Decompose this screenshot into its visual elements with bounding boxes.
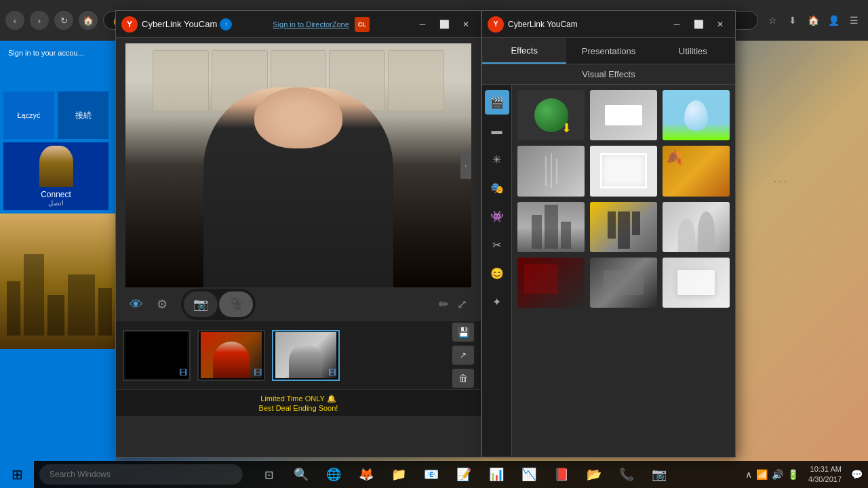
- effect-thumb-people[interactable]: [663, 202, 730, 252]
- timeline-thumb-2[interactable]: 🎞: [197, 330, 265, 381]
- tray-volume-icon[interactable]: 🔊: [772, 469, 783, 480]
- frame-shape: [600, 153, 647, 188]
- taskbar-app-8[interactable]: 📉: [514, 461, 544, 488]
- window-controls: ─ ⬜ ✕: [413, 17, 475, 32]
- taskbar-app-9[interactable]: 📕: [547, 461, 576, 488]
- dark1-bg: [517, 258, 585, 308]
- date-display: 4/30/2017: [808, 474, 842, 485]
- taskbar-app-11[interactable]: 📞: [612, 461, 642, 488]
- metro-tile-ja[interactable]: 接続: [58, 92, 108, 139]
- effect-thumb-city2[interactable]: [590, 202, 657, 252]
- effects-restore-button[interactable]: ⬜: [689, 17, 708, 32]
- effect-thumb-city1[interactable]: [517, 202, 585, 252]
- browser-back-button[interactable]: ‹: [5, 11, 24, 30]
- video-button[interactable]: 🎥: [219, 291, 253, 317]
- category-masks[interactable]: 🎭: [485, 176, 509, 200]
- city2-b2: [618, 211, 630, 249]
- city1-bldg-3: [561, 222, 571, 249]
- category-expressions[interactable]: 😊: [485, 261, 509, 285]
- share-button[interactable]: ↗: [452, 346, 474, 365]
- effect-thumb-dark1[interactable]: [517, 258, 585, 308]
- category-visual-effects[interactable]: 🎬: [485, 90, 509, 115]
- timeline-thumb-1[interactable]: 🎞: [123, 330, 191, 381]
- menu-icon[interactable]: ☰: [845, 12, 863, 29]
- category-accessories[interactable]: ✂: [485, 232, 509, 257]
- taskbar-app-1[interactable]: 🔍: [286, 461, 316, 488]
- metro-tile-city[interactable]: [0, 214, 115, 349]
- promotion-bar[interactable]: Limited Time ONLY 🔔 Best Deal Ending Soo…: [116, 389, 481, 416]
- task-view-button[interactable]: ⊡: [254, 461, 283, 488]
- directorzone-link[interactable]: Sign in to DirectorZone: [273, 20, 349, 28]
- pencil-icon[interactable]: ✏: [439, 297, 449, 312]
- effect-thumb-mono1[interactable]: [517, 146, 585, 196]
- timeline-actions: 💾 ↗ 🗑: [452, 323, 474, 388]
- tray-expand-icon[interactable]: ∧: [745, 469, 752, 480]
- star-icon[interactable]: ☆: [764, 12, 781, 29]
- timeline-thumb-3[interactable]: 🎞: [272, 330, 340, 381]
- eye-icon[interactable]: 👁: [130, 297, 143, 312]
- metro-tile-lacyc-label: Łączyć: [17, 111, 40, 119]
- effect-thumb-autumn[interactable]: 🍂: [663, 146, 730, 196]
- effect-thumb-globe[interactable]: ⬇: [517, 90, 585, 140]
- effects-close-button[interactable]: ✕: [711, 17, 730, 32]
- city2-buildings: [608, 211, 640, 249]
- balloon-bg: [663, 90, 730, 140]
- effect-thumb-frame[interactable]: [590, 146, 657, 196]
- effect-thumb-balloon[interactable]: [663, 90, 730, 140]
- ellipsis-menu[interactable]: ···: [773, 173, 789, 188]
- system-clock[interactable]: 10:31 AM 4/30/2017: [803, 464, 847, 485]
- effect-thumb-dark2[interactable]: [590, 258, 657, 308]
- dark2-bg: [590, 258, 657, 308]
- tray-battery-icon[interactable]: 🔋: [787, 469, 799, 480]
- taskbar-system-tray: ∧ 📶 🔊 🔋 10:31 AM 4/30/2017 💬: [745, 464, 868, 485]
- tab-utilities[interactable]: Utilities: [651, 38, 735, 64]
- photo-button[interactable]: 📷: [184, 291, 218, 317]
- person-shape-2: [698, 211, 715, 252]
- metro-person-figure: [39, 146, 73, 187]
- taskbar-app-3[interactable]: 🦊: [351, 461, 381, 488]
- category-particles[interactable]: ✳: [485, 147, 509, 171]
- close-button[interactable]: ✕: [456, 17, 475, 32]
- taskbar-app-5[interactable]: 📧: [416, 461, 446, 488]
- search-input[interactable]: [39, 464, 243, 485]
- promo-text: Limited Time ONLY 🔔 Best Deal Ending Soo…: [259, 394, 338, 412]
- browser-forward-button[interactable]: ›: [30, 11, 49, 30]
- taskbar-app-7[interactable]: 📊: [481, 461, 511, 488]
- effect-thumb-white1[interactable]: [663, 258, 730, 308]
- category-distortion[interactable]: 👾: [485, 204, 509, 228]
- person-icon[interactable]: 👤: [825, 12, 842, 29]
- section-header: Visual Effects: [482, 64, 735, 85]
- frame-bg: [590, 146, 657, 196]
- taskbar-app-4[interactable]: 📁: [384, 461, 414, 488]
- download-icon[interactable]: ⬇: [784, 12, 802, 29]
- tab-presentations[interactable]: Presentations: [566, 38, 650, 64]
- camera-scroll-handle[interactable]: ‹: [460, 152, 471, 179]
- category-plugins[interactable]: ✦: [485, 289, 509, 314]
- home-icon[interactable]: 🏠: [804, 12, 822, 29]
- effect-thumb-billboard1[interactable]: [590, 90, 657, 140]
- browser-home-button[interactable]: 🏠: [79, 11, 98, 30]
- dark1-panel: [524, 264, 558, 295]
- tray-network-icon[interactable]: 📶: [756, 469, 768, 480]
- taskbar-app-6[interactable]: 📝: [449, 461, 479, 488]
- restore-button[interactable]: ⬜: [435, 17, 454, 32]
- youcam-titlebar: Y CyberLink YouCam ↑ Sign in to Director…: [116, 11, 481, 38]
- save-button[interactable]: 💾: [452, 323, 474, 342]
- settings-icon[interactable]: ⚙: [157, 297, 167, 312]
- start-button[interactable]: ⊞: [0, 461, 34, 488]
- delete-button[interactable]: 🗑: [452, 369, 474, 388]
- taskbar-app-2[interactable]: 🌐: [319, 461, 349, 488]
- category-frames[interactable]: ▬: [485, 119, 509, 143]
- update-icon[interactable]: ↑: [220, 18, 232, 30]
- fullscreen-icon[interactable]: ⤢: [457, 297, 467, 312]
- browser-refresh-button[interactable]: ↻: [54, 11, 73, 30]
- tab-effects[interactable]: Effects: [482, 38, 566, 64]
- metro-tile-lacyc[interactable]: Łączyć: [3, 92, 54, 139]
- taskbar-app-12[interactable]: 📷: [644, 461, 674, 488]
- youcam-window: Y CyberLink YouCam ↑ Sign in to Director…: [115, 10, 481, 458]
- minimize-button[interactable]: ─: [413, 17, 432, 32]
- taskbar-app-10[interactable]: 📂: [579, 461, 609, 488]
- effects-minimize-button[interactable]: ─: [667, 17, 686, 32]
- notification-icon[interactable]: 💬: [851, 469, 863, 480]
- metro-tile-connect[interactable]: Connect اتصل: [3, 142, 108, 210]
